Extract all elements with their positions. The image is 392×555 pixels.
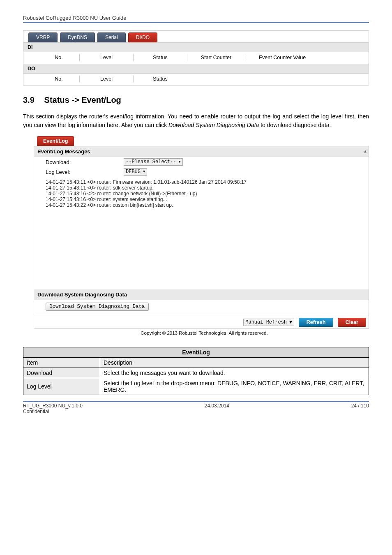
- loglevel-row: Log Level: DEBUG ▼: [34, 167, 369, 177]
- footer-doc-id: RT_UG_R3000 NU_v.1.0.0: [23, 403, 83, 409]
- chevron-down-icon: ▼: [178, 160, 180, 164]
- download-diag-button[interactable]: Download System Diagnosing Data: [46, 303, 149, 311]
- di-col-event: Event Counter Value: [245, 54, 320, 61]
- refresh-mode-value: Manual Refresh: [245, 319, 287, 325]
- do-col-status: Status: [134, 75, 187, 83]
- download-row: Download: --Please Select-- ▼: [34, 157, 369, 167]
- header-title: Robustel GoRugged R3000 NU User Guide: [23, 15, 126, 21]
- loglevel-label: Log Level:: [46, 169, 124, 175]
- refresh-mode-select[interactable]: Manual Refresh ▼: [243, 319, 294, 326]
- loglevel-select[interactable]: DEBUG ▼: [124, 168, 147, 176]
- bottom-bar: Manual Refresh ▼ Refresh Clear: [34, 315, 369, 328]
- eventlog-screenshot: Event/Log Event/Log Messages ▲ Download:…: [34, 136, 369, 329]
- footer-date: 24.03.2014: [205, 403, 229, 414]
- do-col-no: No.: [38, 75, 80, 83]
- footer-confidential: Confidential: [23, 409, 83, 414]
- tab-dido[interactable]: DI/DO: [128, 32, 157, 42]
- para-ital: Download System Diagnosing Data: [168, 122, 259, 128]
- tab-dyndns[interactable]: DynDNS: [60, 32, 95, 42]
- desc-table-title: Event/Log: [23, 347, 369, 358]
- diag-header: Download System Diagnosing Data: [34, 289, 369, 300]
- di-col-status: Status: [134, 54, 187, 61]
- di-col-level: Level: [80, 54, 134, 61]
- download-select[interactable]: --Please Select-- ▼: [124, 158, 183, 166]
- desc-header-item: Item: [23, 358, 100, 368]
- tabstrip: VRRP DynDNS Serial DI/DO: [23, 31, 369, 42]
- download-select-value: --Please Select--: [126, 159, 176, 165]
- desc-row-item: Log Level: [23, 378, 100, 395]
- section-number: 3.9: [23, 95, 42, 105]
- eventlog-messages-title: Event/Log Messages: [37, 148, 90, 155]
- footer-page: 24 / 110: [351, 403, 369, 414]
- di-section-header: DI: [23, 42, 369, 52]
- diag-title: Download System Diagnosing Data: [37, 291, 127, 298]
- di-col-start: Start Counter: [187, 54, 245, 61]
- dido-panel: VRRP DynDNS Serial DI/DO DI No. Level St…: [23, 30, 369, 86]
- desc-row-desc: Select the Log level in the drop-down me…: [100, 378, 369, 395]
- desc-row-desc: Select the log messages you want to down…: [100, 368, 369, 378]
- eventlog-tab[interactable]: Event/Log: [37, 136, 74, 146]
- do-section-header: DO: [23, 64, 369, 74]
- loglevel-select-value: DEBUG: [126, 169, 141, 175]
- para-post: to download diagnose data.: [261, 122, 331, 128]
- section-paragraph: This section displays the router's event…: [23, 112, 369, 130]
- refresh-button[interactable]: Refresh: [299, 318, 334, 327]
- chevron-down-icon: ▼: [289, 319, 292, 325]
- page-header: Robustel GoRugged R3000 NU User Guide: [23, 15, 369, 23]
- section-title: Status -> Event/Log: [44, 95, 121, 104]
- clear-button[interactable]: Clear: [338, 318, 366, 327]
- download-label: Download:: [46, 159, 124, 165]
- do-col-level: Level: [80, 75, 134, 83]
- desc-header-desc: Description: [100, 358, 369, 368]
- do-table: No. Level Status: [23, 75, 187, 83]
- section-heading: 3.9 Status -> Event/Log: [23, 95, 369, 105]
- tab-serial[interactable]: Serial: [97, 32, 126, 42]
- tab-vrrp[interactable]: VRRP: [28, 32, 58, 42]
- page-footer: RT_UG_R3000 NU_v.1.0.0 Confidential 24.0…: [23, 401, 369, 414]
- chevron-down-icon: ▼: [143, 170, 145, 174]
- scroll-up-icon[interactable]: ▲: [363, 149, 367, 153]
- desc-row-item: Download: [23, 368, 100, 378]
- copyright-text: Copyright © 2013 Robustel Technologies. …: [39, 331, 369, 335]
- description-table: Event/Log Item Description Download Sele…: [23, 347, 369, 395]
- di-col-no: No.: [38, 54, 80, 61]
- di-table: No. Level Status Start Counter Event Cou…: [23, 54, 319, 61]
- eventlog-messages-header: Event/Log Messages ▲: [34, 146, 369, 157]
- log-output: 14-01-27 15:43:11 <0> router: Firmware v…: [34, 177, 369, 289]
